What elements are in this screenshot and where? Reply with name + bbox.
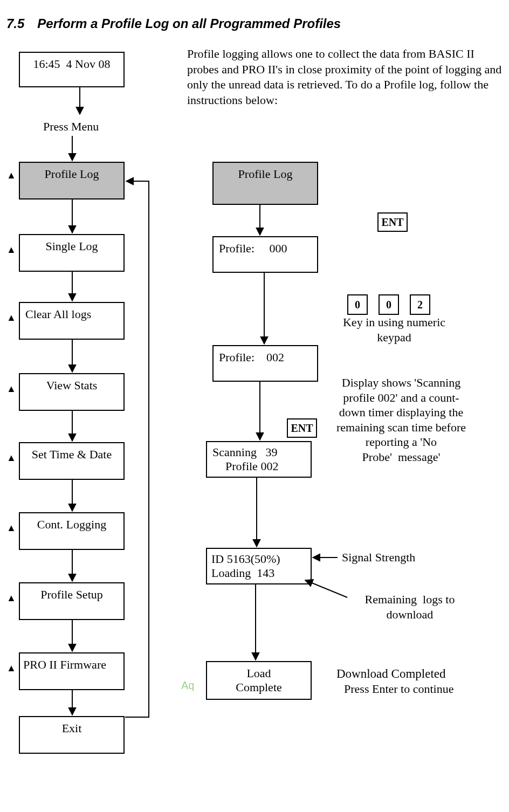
screen-line2: Loading 143 [211, 566, 306, 580]
screen-text: Profile Log [214, 167, 317, 181]
menu-item-label: Set Time & Date [20, 448, 123, 462]
menu-item-label: Exit [20, 721, 123, 735]
up-triangle-icon: ▲ [6, 523, 16, 533]
menu-item-label: View Stats [20, 379, 123, 393]
label-signal-strength: Signal Strength [342, 550, 415, 565]
screen-line1: ID 5163(50%) [211, 552, 306, 566]
menu-cont-logging[interactable]: Cont. Logging [19, 512, 125, 550]
up-triangle-icon: ▲ [6, 313, 16, 322]
screen-line2: Complete [236, 680, 282, 694]
keypad-digit-0[interactable]: 0 [379, 294, 399, 315]
key-label: 0 [386, 299, 391, 311]
up-triangle-icon: ▲ [6, 170, 16, 180]
key-label: 0 [355, 299, 360, 311]
keypad-digit-0[interactable]: 0 [347, 294, 368, 315]
screen-text: Profile: 002 [219, 350, 284, 364]
up-triangle-icon: ▲ [6, 384, 16, 394]
intro-paragraph: Profile logging allows one to collect th… [187, 46, 502, 108]
label-remaining-logs: Remaining logs to download [350, 592, 469, 622]
menu-item-label: Profile Log [20, 167, 123, 181]
screen-scanning: Scanning 39 Profile 002 [206, 441, 312, 478]
label-scan-note: Display shows 'Scanning profile 002' and… [331, 375, 471, 464]
label-keypad-note: Key in using numeric keypad [332, 315, 456, 345]
screen-loading: ID 5163(50%) Loading 143 [206, 548, 312, 584]
menu-view-stats[interactable]: View Stats [19, 373, 125, 411]
up-triangle-icon: ▲ [6, 453, 16, 463]
menu-single-log[interactable]: Single Log [19, 234, 125, 272]
screen-time-text: 16:45 4 Nov 08 [20, 57, 123, 71]
screen-profile-002: Profile: 002 [212, 345, 318, 382]
menu-item-label: Single Log [20, 239, 123, 253]
screen-profile-000: Profile: 000 [212, 236, 318, 273]
label-press-enter: Press Enter to continue [344, 682, 453, 697]
key-label: ENT [381, 216, 403, 229]
menu-set-time-date[interactable]: Set Time & Date [19, 442, 125, 480]
key-label: 2 [417, 299, 423, 311]
screen-line1: Scanning 39 [212, 445, 305, 459]
screen-text: Profile: 000 [219, 242, 287, 255]
label-download-completed: Download Completed [336, 666, 446, 682]
key-ent[interactable]: ENT [377, 212, 408, 232]
up-triangle-icon: ▲ [6, 245, 16, 254]
watermark: Aq [181, 679, 194, 692]
menu-clear-all-logs[interactable]: Clear All logs [19, 302, 125, 340]
up-triangle-icon: ▲ [6, 663, 16, 673]
section-heading: 7.5 Perform a Profile Log on all Program… [6, 16, 341, 31]
keypad-digit-2[interactable]: 2 [410, 294, 430, 315]
menu-exit[interactable]: Exit [19, 716, 125, 754]
up-triangle-icon: ▲ [6, 593, 16, 603]
menu-item-label: Profile Setup [20, 588, 123, 602]
screen-line1: Load [246, 666, 271, 680]
key-ent[interactable]: ENT [287, 418, 317, 438]
menu-pro2-firmware[interactable]: PRO II Firmware [19, 652, 125, 690]
screen-time: 16:45 4 Nov 08 [19, 52, 125, 87]
label-press-menu: Press Menu [43, 120, 99, 134]
menu-item-label: Cont. Logging [20, 518, 123, 532]
page: 7.5 Perform a Profile Log on all Program… [0, 0, 509, 812]
key-label: ENT [291, 422, 313, 435]
menu-item-label: Clear All logs [25, 307, 91, 321]
menu-profile-log[interactable]: Profile Log [19, 162, 125, 199]
screen-load-complete: Load Complete [206, 661, 312, 700]
menu-item-label: PRO II Firmware [23, 658, 106, 671]
menu-profile-setup[interactable]: Profile Setup [19, 582, 125, 620]
screen-line2: Profile 002 [212, 459, 305, 473]
screen-profile-log: Profile Log [212, 162, 318, 205]
